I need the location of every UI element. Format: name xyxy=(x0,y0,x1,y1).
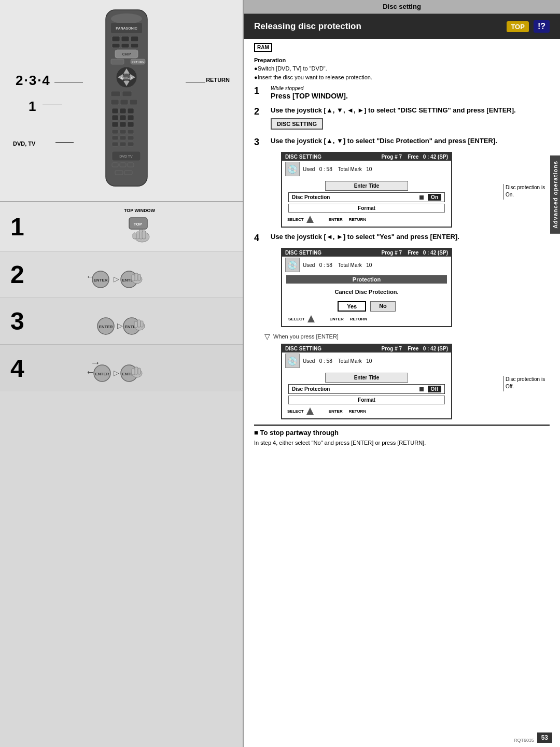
enter-title-btn-2: Enter Title xyxy=(325,373,408,383)
step-num-1: 1 xyxy=(10,213,41,241)
screen2-container: DISC SETTING Prog # 7 Free 0 : 42 (SP) 💿 xyxy=(265,344,550,419)
disc-icon-3: 💿 xyxy=(285,354,300,368)
svg-rect-28 xyxy=(120,108,126,114)
svg-rect-90 xyxy=(135,367,138,374)
enter-title-btn: Enter Title xyxy=(325,181,408,191)
screen1-controls: SELECT ENTER RETURN xyxy=(285,214,448,224)
svg-text:▷: ▷ xyxy=(114,275,119,283)
dialog-title: Protection xyxy=(286,275,447,284)
screen1-used-row: 💿 Used 0 : 58 Total Mark 10 xyxy=(282,161,451,177)
dialog-used-row: 💿 Used 0 : 58 Total Mark 10 xyxy=(282,257,451,273)
svg-text:ENTER: ENTER xyxy=(93,278,107,283)
while-stopped: While stopped xyxy=(271,86,550,91)
svg-text:ENTER: ENTER xyxy=(121,76,132,79)
svg-rect-92 xyxy=(138,368,141,374)
right-panel: Disc setting Releasing disc protection T… xyxy=(244,0,560,747)
svg-rect-40 xyxy=(120,136,126,140)
select-icon-2 xyxy=(307,315,315,323)
step4-text: Use the joystick [◄, ►] to select "Yes" … xyxy=(271,233,550,243)
step1-instruction-text: Press [TOP WINDOW]. xyxy=(271,92,550,100)
svg-rect-34 xyxy=(120,122,126,127)
screen2-controls: SELECT ENTER RETURN xyxy=(285,406,448,416)
screen2-note: Disc protection is Off. xyxy=(506,376,552,390)
svg-rect-26 xyxy=(130,100,137,105)
svg-rect-91 xyxy=(132,369,135,375)
svg-marker-93 xyxy=(306,216,314,223)
preparation-text: ●Switch [DVD, TV] to "DVD". ●Insert the … xyxy=(254,64,550,81)
dialog-body: Protection Cancel Disc Protection. Yes N… xyxy=(282,273,451,326)
svg-rect-25 xyxy=(120,100,128,105)
screen1-body: Enter Title Disc Protection On Format SE… xyxy=(282,177,451,227)
screen2-annotation: Disc protection is Off. xyxy=(503,376,552,391)
step3-num: 3 xyxy=(254,137,265,148)
select-icon-3 xyxy=(306,407,314,415)
dialog-cancel-text: Cancel Disc Protection. xyxy=(286,287,447,297)
protection-dialog-container: DISC SETTING Prog # 7 Free 0 : 42 (SP) 💿 xyxy=(265,248,550,327)
svg-rect-4 xyxy=(112,36,120,41)
svg-rect-42 xyxy=(112,142,118,146)
svg-text:ENTER: ENTER xyxy=(99,325,113,329)
svg-rect-48 xyxy=(120,163,126,167)
svg-rect-24 xyxy=(111,100,119,105)
content-area: RAM Preparation ●Switch [DVD, TV] to "DV… xyxy=(244,39,560,452)
yes-btn[interactable]: Yes xyxy=(338,301,366,312)
svg-rect-43 xyxy=(120,142,126,146)
no-btn[interactable]: No xyxy=(370,301,396,312)
step4-illustration: ← ENTER → ▷ ENTER xyxy=(47,350,232,386)
advanced-operations-tab: Advanced operations xyxy=(550,156,560,234)
screen1-note: Disc protection is On. xyxy=(506,184,552,199)
disc-protection-row-off: Disc Protection Off xyxy=(288,384,445,394)
step1-text: While stopped Press [TOP WINDOW]. xyxy=(271,86,550,102)
svg-rect-50 xyxy=(115,171,123,175)
screen2-body: Enter Title Disc Protection Off Format S… xyxy=(282,369,451,418)
svg-rect-80 xyxy=(134,321,137,328)
svg-text:→: → xyxy=(90,357,101,368)
svg-rect-79 xyxy=(137,320,141,327)
step2-num: 2 xyxy=(254,106,265,117)
label-234: 2·3·4 xyxy=(16,73,51,89)
step2-illustration: ↑ ↓ ← ENTER ▷ ENTER xyxy=(47,257,232,293)
svg-rect-27 xyxy=(112,108,118,114)
svg-rect-14 xyxy=(111,59,124,64)
svg-rect-41 xyxy=(128,136,134,140)
screen1-container: DISC SETTING Prog # 7 Free 0 : 42 (SP) 💿 xyxy=(265,152,550,228)
svg-rect-39 xyxy=(112,136,118,140)
step4-svg: ← ENTER → ▷ ENTER xyxy=(88,351,191,385)
svg-text:ENTER: ENTER xyxy=(95,372,109,376)
dialog-screen-header: DISC SETTING Prog # 7 Free 0 : 42 (SP) xyxy=(282,249,451,257)
svg-rect-7 xyxy=(112,44,120,48)
svg-rect-9 xyxy=(131,44,138,48)
svg-marker-95 xyxy=(306,407,314,415)
releasing-title: Releasing disc protection xyxy=(254,21,361,32)
remote-svg: PANASONIC CHIP RETURN ENTER xyxy=(69,7,173,194)
ram-area: RAM xyxy=(254,43,550,55)
stop-partway-title: ■ To stop partway through xyxy=(254,429,550,436)
svg-rect-38 xyxy=(128,130,134,134)
releasing-header: Releasing disc protection TOP !? xyxy=(244,14,560,39)
disc-setting-btn: DISC SETTING xyxy=(271,118,323,130)
screen2-header: DISC SETTING Prog # 7 Free 0 : 42 (SP) xyxy=(282,345,451,353)
step1-num: 1 xyxy=(254,86,265,96)
left-panel: 2·3·4 1 RETURN DVD, TV PANASONIC xyxy=(0,0,244,747)
step-section-4: 4 ← ENTER → ▷ ENTER xyxy=(0,345,243,391)
svg-text:▷: ▷ xyxy=(117,321,123,330)
svg-text:▷: ▷ xyxy=(114,369,119,377)
svg-rect-36 xyxy=(112,130,118,134)
label-return: RETURN xyxy=(206,77,230,83)
label-dvdtv: DVD, TV xyxy=(13,140,35,147)
svg-rect-22 xyxy=(111,91,120,96)
svg-rect-44 xyxy=(128,142,134,146)
step3-illustration: ↑ ↓ ENTER ▷ ENTER xyxy=(47,303,232,340)
step1-instruction: 1 While stopped Press [TOP WINDOW]. xyxy=(254,86,550,102)
svg-rect-35 xyxy=(128,122,134,127)
disc-screen-1: DISC SETTING Prog # 7 Free 0 : 42 (SP) 💿 xyxy=(281,152,452,228)
svg-rect-6 xyxy=(131,36,138,41)
stop-partway-text: In step 4, either select "No" and press … xyxy=(254,439,550,447)
protection-indicator xyxy=(419,195,424,200)
page-number: 53 xyxy=(537,732,552,743)
step-num-3: 3 xyxy=(10,307,41,335)
format-row-1: Format xyxy=(288,204,445,213)
format-row-2: Format xyxy=(288,396,445,404)
svg-rect-47 xyxy=(112,163,118,167)
step4-num: 4 xyxy=(254,233,265,244)
